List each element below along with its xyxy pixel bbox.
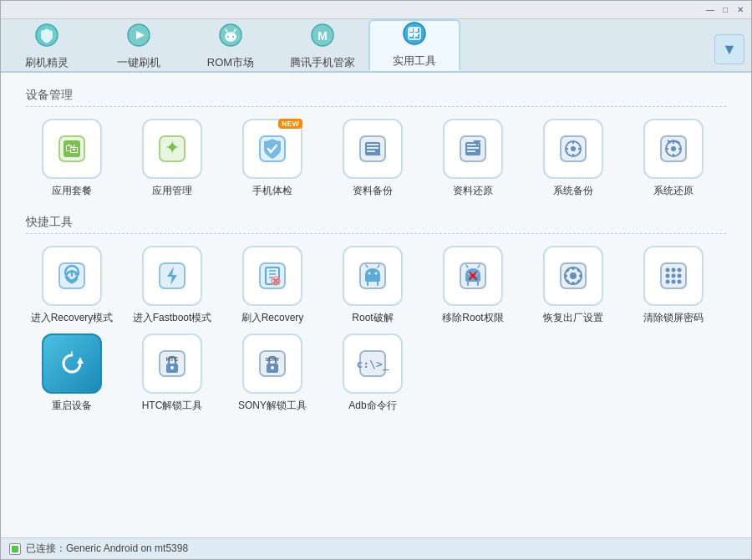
tool-factory-reset[interactable]: 恢复出厂设置: [527, 246, 619, 325]
tool-flash-recovery[interactable]: 刷入Recovery: [226, 246, 318, 325]
play-circle-icon: [127, 23, 150, 52]
tool-root-crack[interactable]: Root破解: [327, 246, 419, 325]
connection-status-text: 已连接：Generic Android on mt5398: [26, 542, 188, 556]
svg-point-115: [170, 366, 174, 369]
sys-backup-label: 系统备份: [553, 184, 593, 198]
tool-recovery-mode[interactable]: 进入Recovery模式: [26, 246, 118, 325]
tool-sony-unlock[interactable]: SONY SONY解锁工具: [226, 333, 318, 413]
svg-marker-111: [77, 357, 84, 364]
title-bar: — □ ✕: [1, 1, 751, 19]
sys-restore-label: 系统还原: [653, 184, 694, 198]
svg-rect-13: [409, 28, 413, 32]
tab-one-key-flash[interactable]: 一键刷机: [93, 23, 185, 71]
app-mgmt-icon-box: ✦: [142, 119, 202, 179]
svg-rect-72: [365, 274, 380, 282]
restart-label: 重启设备: [52, 399, 92, 413]
tab-flash-wizard[interactable]: 刷机精灵: [1, 23, 93, 71]
tab-tools-label: 实用工具: [393, 53, 436, 69]
quick-tools-grid: 进入Recovery模式 进入Fastboot模式: [26, 246, 726, 413]
tool-app-bundle[interactable]: 🛍 应用套餐: [26, 119, 118, 198]
section-quick-tools-title: 快捷工具: [26, 215, 726, 234]
svg-text:🛍: 🛍: [65, 141, 79, 155]
tab-nav-arrow: ▼: [714, 34, 744, 64]
shield-icon: [35, 23, 58, 52]
recovery-mode-label: 进入Recovery模式: [31, 311, 114, 325]
tool-sys-backup[interactable]: 系统备份: [527, 119, 619, 198]
tab-tencent[interactable]: M 腾讯手机管家: [277, 23, 368, 71]
phone-check-label: 手机体检: [252, 184, 292, 198]
data-backup-label: 资料备份: [353, 184, 393, 198]
svg-rect-93: [572, 267, 575, 270]
flash-recovery-label: 刷入Recovery: [241, 311, 304, 325]
tool-app-mgmt[interactable]: ✦ 应用管理: [126, 119, 218, 198]
remove-root-label: 移除Root权限: [442, 311, 503, 325]
data-restore-label: 资料还原: [453, 184, 493, 198]
phone-check-icon-box: NEW: [242, 119, 302, 179]
svg-point-6: [227, 36, 229, 38]
app-bundle-label: 应用套餐: [52, 184, 92, 198]
fastboot-mode-label: 进入Fastboot模式: [133, 311, 212, 325]
remove-root-icon-box: [443, 246, 503, 306]
svg-rect-37: [467, 147, 479, 149]
status-bar: 已连接：Generic Android on mt5398: [1, 537, 751, 559]
svg-point-106: [672, 274, 676, 278]
svg-point-73: [368, 272, 371, 275]
svg-text:HTC: HTC: [166, 356, 178, 362]
minimize-button[interactable]: —: [704, 4, 716, 16]
svg-point-109: [672, 280, 676, 284]
svg-point-107: [678, 274, 682, 278]
svg-rect-31: [367, 147, 379, 149]
svg-point-110: [678, 280, 682, 284]
clear-lock-label: 清除锁屏密码: [643, 311, 704, 325]
svg-point-7: [232, 36, 234, 38]
tab-tools[interactable]: 实用工具: [368, 19, 460, 71]
android-icon: [219, 23, 242, 52]
tool-data-backup[interactable]: 资料备份: [327, 119, 419, 198]
svg-rect-38: [467, 150, 475, 152]
tool-remove-root[interactable]: 移除Root权限: [427, 246, 519, 325]
tool-htc-unlock[interactable]: HTC HTC解锁工具: [126, 333, 218, 413]
svg-point-92: [570, 272, 577, 279]
tencent-icon: M: [311, 23, 334, 52]
tab-tencent-label: 腾讯手机管家: [290, 55, 355, 70]
tool-data-restore[interactable]: 资料还原: [427, 119, 519, 198]
nav-arrow-button[interactable]: ▼: [714, 34, 744, 64]
svg-point-104: [678, 268, 682, 272]
tool-adb-cmd[interactable]: c:\>_ Adb命令行: [327, 333, 419, 413]
root-crack-icon-box: [343, 246, 403, 306]
adb-cmd-icon-box: c:\>_: [343, 333, 403, 394]
tool-phone-check[interactable]: NEW 手机体检: [226, 119, 318, 198]
app-bundle-icon-box: 🛍: [42, 119, 102, 179]
svg-point-102: [666, 268, 670, 272]
tool-restart[interactable]: 重启设备: [26, 333, 118, 413]
tool-sys-restore[interactable]: 系统还原: [628, 119, 719, 198]
svg-rect-30: [367, 144, 379, 145]
tool-clear-lock[interactable]: 清除锁屏密码: [628, 246, 719, 325]
svg-rect-32: [367, 150, 375, 152]
htc-unlock-label: HTC解锁工具: [142, 399, 203, 413]
close-button[interactable]: ✕: [734, 4, 746, 16]
htc-unlock-icon-box: HTC: [142, 333, 202, 394]
sony-unlock-label: SONY解锁工具: [238, 399, 307, 413]
tab-one-key-label: 一键刷机: [117, 55, 160, 70]
tool-fastboot-mode[interactable]: 进入Fastboot模式: [126, 246, 218, 325]
svg-rect-95: [564, 275, 567, 277]
tab-rom-label: ROM市场: [207, 55, 254, 70]
window-controls: — □ ✕: [704, 4, 746, 16]
svg-point-74: [375, 272, 378, 275]
tab-rom-market[interactable]: ROM市场: [185, 23, 277, 71]
flash-recovery-icon-box: [242, 246, 302, 306]
grid-icon: [403, 22, 426, 50]
svg-point-105: [666, 274, 670, 278]
svg-point-43: [571, 146, 576, 151]
tab-flash-wizard-label: 刷机精灵: [25, 55, 69, 70]
svg-point-103: [672, 268, 676, 272]
factory-reset-label: 恢复出厂设置: [543, 311, 603, 325]
restart-icon-box: [42, 333, 102, 394]
recovery-mode-icon-box: [42, 246, 102, 306]
clear-lock-icon-box: [643, 246, 704, 306]
maximize-button[interactable]: □: [719, 4, 731, 16]
device-mgmt-grid: 🛍 应用套餐 ✦ 应用管理 NEW: [26, 119, 726, 198]
root-crack-label: Root破解: [352, 311, 393, 325]
app-mgmt-label: 应用管理: [152, 184, 192, 198]
